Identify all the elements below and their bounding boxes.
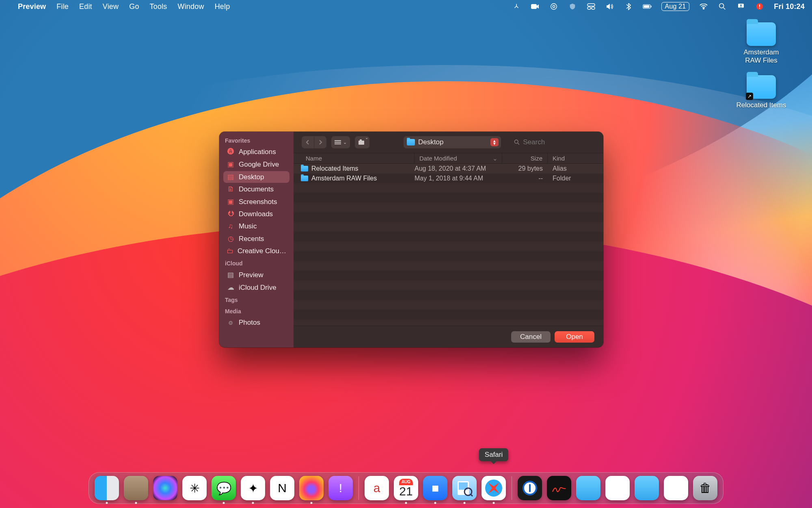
file-kind: Alias [548, 165, 603, 172]
desktop-icon-label: Amsterdam RAW Files [735, 48, 788, 65]
zoom-icon[interactable]: ■ [423, 476, 447, 500]
feedback-icon[interactable]: ! [328, 476, 353, 500]
search-input[interactable] [523, 138, 595, 146]
svg-rect-14 [335, 140, 341, 141]
menu-tools[interactable]: Tools [150, 2, 167, 11]
folder-a-icon[interactable] [576, 476, 600, 500]
menu-window[interactable]: Window [178, 2, 204, 11]
media-app-icon[interactable] [547, 476, 571, 500]
sidebar-item-label: Music [239, 222, 257, 230]
sidebar-item-creative-cloud[interactable]: 🗀Creative Clou… [223, 245, 289, 257]
sidebar-item-documents[interactable]: 🗎Documents [223, 184, 289, 195]
finder-icon[interactable] [95, 476, 119, 500]
desktop-icon-label: Relocated Items [736, 101, 786, 109]
preview-icon[interactable] [452, 476, 477, 500]
sidebar-item-icloud-drive[interactable]: ☁︎iCloud Drive [223, 282, 289, 293]
nav-back-button[interactable] [302, 136, 314, 148]
battery-icon[interactable] [643, 4, 652, 9]
document-icon[interactable] [605, 476, 630, 500]
svg-point-19 [514, 140, 518, 143]
column-date[interactable]: Date Modified⌄ [415, 153, 502, 163]
menu-help[interactable]: Help [215, 2, 230, 11]
column-name[interactable]: Name [294, 153, 415, 163]
clock[interactable]: Fri 10:24 [774, 2, 805, 11]
folder-icon: ▣ [227, 198, 235, 206]
svg-point-12 [740, 4, 742, 6]
sidebar-item-google-drive[interactable]: ▣Google Drive [223, 158, 289, 170]
menu-bar: Preview File Edit View Go Tools Window H… [0, 0, 812, 13]
menu-view[interactable]: View [103, 2, 119, 11]
annotate-icon[interactable]: a [365, 476, 389, 500]
group-button[interactable]: ⌄ [355, 136, 369, 148]
desktop-folder-amsterdam[interactable]: Amsterdam RAW Files [735, 22, 788, 65]
date-pill[interactable]: Aug 21 [661, 2, 690, 11]
svg-rect-4 [587, 7, 591, 9]
menu-edit[interactable]: Edit [79, 2, 92, 11]
cancel-button[interactable]: Cancel [511, 331, 551, 343]
sidebar-item-downloads[interactable]: ⮋Downloads [223, 208, 289, 220]
volume-icon[interactable] [605, 3, 614, 10]
view-mode-button[interactable]: ⌄ [331, 136, 350, 148]
menu-file[interactable]: File [56, 2, 69, 11]
spotlight-icon[interactable] [718, 3, 727, 10]
sidebar-item-screenshots[interactable]: ▣Screenshots [223, 196, 289, 208]
desktop-folder-relocated[interactable]: ↗ Relocated Items [735, 75, 788, 109]
table-row[interactable]: Relocated Items Aug 18, 2020 at 4:37 AM … [294, 164, 603, 174]
sidebar-item-applications[interactable]: 🅐Applications [223, 146, 289, 158]
path-popup[interactable]: Desktop ▴▾ [404, 136, 501, 148]
dock-separator [358, 476, 359, 500]
open-button[interactable]: Open [555, 331, 594, 343]
info-status-icon[interactable] [549, 3, 558, 10]
active-app-name[interactable]: Preview [18, 2, 46, 11]
dock-tooltip: Safari [479, 448, 508, 461]
wifi-icon[interactable] [699, 4, 708, 9]
compass-icon [484, 478, 504, 498]
news-icon[interactable]: N [270, 476, 294, 500]
svg-rect-17 [358, 141, 364, 145]
sidebar-section-icloud: iCloud [223, 258, 289, 268]
status-dot-icon[interactable] [755, 3, 764, 10]
sidebar-item-recents[interactable]: ◷Recents [223, 233, 289, 245]
shield-icon[interactable] [568, 3, 577, 10]
svg-rect-7 [644, 5, 649, 8]
column-size[interactable]: Size [502, 153, 548, 163]
control-center-icon[interactable] [587, 3, 596, 10]
search-field[interactable] [514, 138, 595, 146]
facetime-icon[interactable] [531, 4, 540, 9]
sidebar-item-photos[interactable]: ⌾Photos [223, 317, 289, 328]
siri-icon[interactable] [153, 476, 177, 500]
sidebar-item-desktop[interactable]: ▤Desktop [223, 171, 289, 183]
svg-rect-3 [587, 4, 595, 6]
folder-b-icon[interactable] [635, 476, 659, 500]
sidebar-item-preview[interactable]: ▤Preview [223, 269, 289, 281]
download-icon: ⮋ [227, 210, 235, 218]
calendar-icon[interactable]: AUG21 [394, 476, 418, 500]
photos-icon[interactable]: ✳︎ [182, 476, 207, 500]
sidebar-item-label: Creative Clou… [238, 247, 286, 255]
column-kind[interactable]: Kind [548, 153, 603, 163]
open-file-dialog: Favorites 🅐Applications ▣Google Drive ▤D… [219, 132, 603, 347]
sidebar-item-music[interactable]: ♫Music [223, 221, 289, 232]
contacts-icon[interactable] [124, 476, 148, 500]
tray-app-icon[interactable] [512, 3, 521, 10]
firefox-icon[interactable] [299, 476, 324, 500]
folder-icon: ↗ [747, 75, 776, 99]
menu-go[interactable]: Go [129, 2, 139, 11]
safari-icon[interactable] [482, 476, 506, 500]
file-list[interactable]: Relocated Items Aug 18, 2020 at 4:37 AM … [294, 164, 603, 326]
user-icon[interactable] [736, 3, 745, 10]
svg-rect-8 [650, 6, 651, 8]
file-size: 29 bytes [502, 165, 548, 172]
file-kind: Folder [548, 175, 603, 182]
file-date: Aug 18, 2020 at 4:37 AM [415, 165, 502, 172]
nav-forward-button[interactable] [314, 136, 326, 148]
slack-icon[interactable]: ✦ [241, 476, 265, 500]
app-icon: 🅐 [227, 148, 235, 156]
trash-icon[interactable]: 🗑 [693, 476, 717, 500]
messages-icon[interactable]: 💬 [212, 476, 236, 500]
bluetooth-icon[interactable] [624, 3, 633, 10]
table-row[interactable]: Amsterdam RAW Files May 1, 2018 at 9:44 … [294, 174, 603, 183]
onepassword-icon[interactable] [518, 476, 542, 500]
textfile-icon[interactable] [664, 476, 688, 500]
folder-icon [301, 176, 308, 181]
